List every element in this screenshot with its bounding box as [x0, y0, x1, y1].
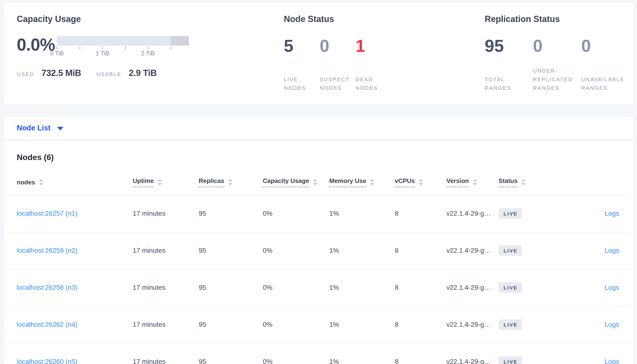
chevron-down-icon — [57, 127, 63, 130]
column-header-version[interactable]: Version — [446, 170, 499, 195]
version-cell: v22.1.4-29-g… — [446, 232, 499, 269]
logs-link[interactable]: Logs — [604, 358, 619, 364]
unavailable-ranges-label: UNAVAILABLE RANGES — [581, 75, 625, 92]
used-label: USED — [17, 71, 34, 78]
column-header-vcpus[interactable]: vCPUs — [395, 170, 446, 195]
table-row: localhost:26260 (n5) 17 minutes 95 0% 1%… — [7, 343, 630, 364]
capacity-axis-ticks — [57, 46, 189, 50]
suspect-nodes-label: SUSPECT NODES — [320, 75, 352, 92]
capacity-cell: 0% — [263, 195, 329, 232]
logs-link[interactable]: Logs — [604, 247, 619, 254]
axis-tick — [125, 46, 126, 50]
column-header-status[interactable]: Status — [499, 170, 566, 195]
nodes-heading: Nodes (6) — [17, 152, 630, 162]
axis-tick — [148, 46, 148, 50]
unavailable-ranges-value: 0 — [581, 36, 629, 55]
status-badge: LIVE — [499, 319, 522, 330]
version-cell: v22.1.4-29-g… — [446, 343, 499, 364]
under-replicated-ranges-label: UNDER-REPLICATED RANGES — [533, 67, 577, 92]
capacity-usage-chart: 0.0% 0 TiB 1 TiB 2 TiB — [17, 36, 284, 58]
status-badge: LIVE — [499, 356, 522, 364]
sort-icon — [313, 179, 317, 186]
sort-icon — [370, 179, 375, 186]
capacity-bar-dark-segment — [171, 36, 189, 46]
version-cell: v22.1.4-29-g… — [446, 269, 499, 306]
version-cell: v22.1.4-29-g… — [446, 195, 499, 232]
capacity-axis-labels: 0 TiB 1 TiB 2 TiB — [57, 50, 189, 58]
axis-tick — [79, 46, 80, 50]
logs-link[interactable]: Logs — [604, 210, 619, 217]
axis-tick — [102, 46, 103, 50]
table-row: localhost:26259 (n2) 17 minutes 95 0% 1%… — [7, 232, 630, 269]
uptime-cell: 17 minutes — [133, 232, 199, 269]
node-link[interactable]: localhost:26258 (n3) — [17, 284, 78, 291]
node-status-section: Node Status 5 LIVE NODES 0 SUSPECT NODES… — [284, 14, 485, 104]
suspect-nodes-value: 0 — [320, 36, 356, 55]
capacity-bar: 0 TiB 1 TiB 2 TiB — [57, 36, 189, 58]
replicas-cell: 95 — [199, 195, 263, 232]
total-ranges-stat: 95 TOTAL RANGES — [485, 36, 533, 92]
vcpus-cell: 8 — [395, 269, 446, 306]
column-header-logs — [566, 170, 630, 195]
sort-icon — [419, 179, 423, 186]
status-badge: LIVE — [499, 245, 522, 256]
used-value: 732.5 MiB — [41, 68, 81, 78]
capacity-cell: 0% — [263, 232, 329, 269]
replicas-cell: 95 — [199, 269, 263, 306]
sort-icon — [473, 179, 477, 186]
vcpus-cell: 8 — [395, 232, 446, 269]
under-replicated-ranges-value: 0 — [533, 36, 581, 55]
logs-link[interactable]: Logs — [604, 321, 619, 328]
node-list-dropdown[interactable]: Node List — [17, 124, 63, 132]
dead-nodes-label: DEAD NODES — [356, 75, 388, 92]
memory-cell: 1% — [329, 306, 395, 343]
capacity-usage-title: Capacity Usage — [17, 14, 284, 24]
capacity-bar-track — [57, 36, 189, 46]
sort-icon — [521, 179, 526, 186]
under-replicated-ranges-stat: 0 UNDER-REPLICATED RANGES — [533, 36, 581, 92]
replicas-cell: 95 — [199, 343, 263, 364]
capacity-cell: 0% — [263, 269, 329, 306]
sort-icon — [228, 179, 232, 186]
node-link[interactable]: localhost:26259 (n2) — [17, 247, 78, 254]
table-header-row: nodes Uptime Replicas — [7, 170, 630, 195]
live-nodes-value: 5 — [284, 36, 320, 55]
memory-cell: 1% — [329, 232, 395, 269]
axis-label: 1 TiB — [96, 50, 109, 57]
replication-status-section: Replication Status 95 TOTAL RANGES 0 UND… — [485, 14, 633, 104]
uptime-cell: 17 minutes — [133, 195, 199, 232]
table-row: localhost:26258 (n3) 17 minutes 95 0% 1%… — [7, 269, 630, 306]
table-row: localhost:26262 (n4) 17 minutes 95 0% 1%… — [7, 306, 630, 343]
usable-label: USABLE — [96, 71, 121, 78]
node-list-dropdown-label: Node List — [17, 124, 51, 132]
node-link[interactable]: localhost:26262 (n4) — [17, 321, 78, 328]
column-header-replicas[interactable]: Replicas — [199, 170, 263, 195]
view-selector-bar: Node List — [3, 116, 634, 140]
column-header-nodes[interactable]: nodes — [7, 170, 133, 195]
column-header-memory-use[interactable]: Memory Use — [329, 170, 395, 195]
dead-nodes-stat: 1 DEAD NODES — [356, 36, 391, 92]
status-badge: LIVE — [499, 282, 522, 293]
node-status-title: Node Status — [284, 14, 485, 24]
total-ranges-label: TOTAL RANGES — [485, 75, 529, 92]
column-header-uptime[interactable]: Uptime — [133, 170, 199, 195]
usable-value: 2.9 TiB — [129, 68, 157, 78]
nodes-table: nodes Uptime Replicas — [7, 170, 630, 364]
axis-label: 2 TiB — [141, 50, 155, 57]
axis-tick — [170, 46, 171, 50]
logs-link[interactable]: Logs — [604, 284, 619, 291]
node-link[interactable]: localhost:26260 (n5) — [17, 358, 78, 364]
table-row: localhost:26257 (n1) 17 minutes 95 0% 1%… — [7, 195, 630, 232]
version-cell: v22.1.4-29-g… — [446, 306, 499, 343]
axis-tick — [57, 46, 57, 50]
vcpus-cell: 8 — [395, 195, 446, 232]
replicas-cell: 95 — [199, 232, 263, 269]
column-header-capacity-usage[interactable]: Capacity Usage — [263, 170, 329, 195]
replicas-cell: 95 — [199, 306, 263, 343]
total-ranges-value: 95 — [485, 36, 533, 55]
unavailable-ranges-stat: 0 UNAVAILABLE RANGES — [581, 36, 629, 92]
live-nodes-label: LIVE NODES — [284, 75, 316, 92]
cluster-summary-panel: Capacity Usage 0.0% 0 TiB 1 TiB — [3, 2, 634, 104]
uptime-cell: 17 minutes — [133, 343, 199, 364]
node-link[interactable]: localhost:26257 (n1) — [17, 210, 78, 217]
